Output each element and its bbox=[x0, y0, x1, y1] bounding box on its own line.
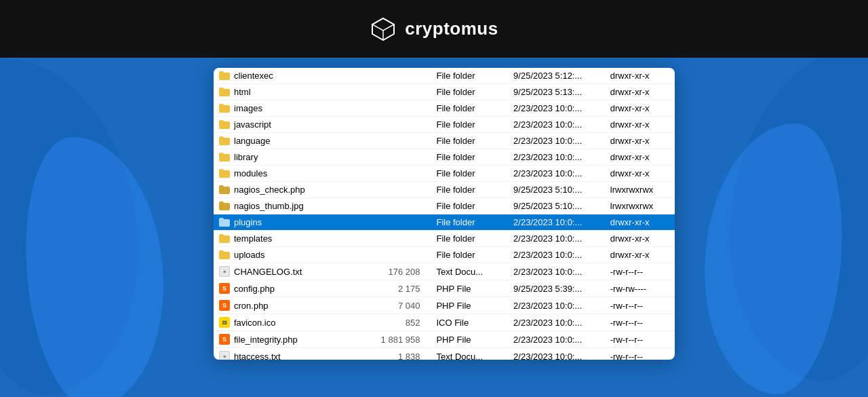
folder-special-icon bbox=[219, 185, 230, 194]
file-name: library bbox=[234, 152, 258, 162]
file-size-cell bbox=[372, 247, 426, 263]
file-size-cell: 2 175 bbox=[372, 280, 426, 297]
file-size-cell bbox=[372, 68, 426, 84]
file-type-cell: File folder bbox=[425, 149, 508, 166]
file-permissions-cell: drwxr-xr-x bbox=[605, 231, 675, 247]
file-permissions-cell: -rw-r--r-- bbox=[605, 263, 675, 280]
file-size-cell bbox=[372, 117, 426, 133]
table-row[interactable]: 🖼 favicon.ico 852 ICO File 2/23/2023 10:… bbox=[214, 314, 675, 331]
folder-icon bbox=[219, 71, 230, 80]
file-permissions-cell: -rw-r--r-- bbox=[605, 314, 675, 331]
file-name-cell: library bbox=[214, 149, 372, 166]
file-type-cell: File folder bbox=[425, 231, 508, 247]
table-row[interactable]: templates File folder 2/23/2023 10:0:...… bbox=[214, 231, 675, 247]
folder-icon bbox=[219, 104, 230, 113]
file-type-cell: File folder bbox=[425, 117, 508, 133]
table-row[interactable]: language File folder 2/23/2023 10:0:... … bbox=[214, 133, 675, 149]
file-name: images bbox=[234, 103, 262, 113]
file-name-cell: S cron.php bbox=[214, 297, 372, 314]
file-name-cell: plugins bbox=[214, 214, 372, 231]
file-name: plugins bbox=[234, 217, 262, 227]
file-manager-panel: clientexec File folder 9/25/2023 5:12:..… bbox=[214, 68, 675, 360]
folder-icon bbox=[219, 218, 230, 227]
file-type-cell: Text Docu... bbox=[425, 348, 508, 360]
file-table: clientexec File folder 9/25/2023 5:12:..… bbox=[214, 68, 675, 360]
table-row[interactable]: S config.php 2 175 PHP File 9/25/2023 5:… bbox=[214, 280, 675, 297]
file-permissions-cell: -rw-r--r-- bbox=[605, 297, 675, 314]
file-name-cell: templates bbox=[214, 231, 372, 247]
file-type-cell: File folder bbox=[425, 133, 508, 149]
php-icon: S bbox=[219, 283, 230, 294]
file-permissions-cell: drwxr-xr-x bbox=[605, 214, 675, 231]
file-size-cell: 1 838 bbox=[372, 348, 426, 360]
file-type-cell: PHP File bbox=[425, 297, 508, 314]
file-permissions-cell: drwxr-xr-x bbox=[605, 84, 675, 100]
txt-icon: ≡ bbox=[219, 351, 230, 360]
file-name: nagios_check.php bbox=[234, 185, 305, 195]
file-modified-cell: 2/23/2023 10:0:... bbox=[508, 149, 605, 166]
file-modified-cell: 2/23/2023 10:0:... bbox=[508, 263, 605, 280]
file-modified-cell: 9/25/2023 5:39:... bbox=[508, 280, 605, 297]
file-size-cell bbox=[372, 84, 426, 100]
file-name-cell: ≡ CHANGELOG.txt bbox=[214, 263, 372, 280]
table-row[interactable]: S cron.php 7 040 PHP File 2/23/2023 10:0… bbox=[214, 297, 675, 314]
table-row[interactable]: ≡ CHANGELOG.txt 176 208 Text Docu... 2/2… bbox=[214, 263, 675, 280]
table-row[interactable]: uploads File folder 2/23/2023 10:0:... d… bbox=[214, 247, 675, 263]
table-row[interactable]: clientexec File folder 9/25/2023 5:12:..… bbox=[214, 68, 675, 84]
file-modified-cell: 9/25/2023 5:10:... bbox=[508, 198, 605, 214]
table-row[interactable]: nagios_check.php File folder 9/25/2023 5… bbox=[214, 182, 675, 198]
panel-scroll[interactable]: clientexec File folder 9/25/2023 5:12:..… bbox=[214, 68, 675, 360]
file-modified-cell: 2/23/2023 10:0:... bbox=[508, 117, 605, 133]
file-size-cell bbox=[372, 133, 426, 149]
table-row[interactable]: modules File folder 2/23/2023 10:0:... d… bbox=[214, 166, 675, 182]
table-row[interactable]: nagios_thumb.jpg File folder 9/25/2023 5… bbox=[214, 198, 675, 214]
txt-icon: ≡ bbox=[219, 266, 230, 277]
file-name: config.php bbox=[234, 284, 275, 294]
file-type-cell: Text Docu... bbox=[425, 263, 508, 280]
file-type-cell: File folder bbox=[425, 84, 508, 100]
file-name-cell: nagios_check.php bbox=[214, 182, 372, 198]
table-row[interactable]: html File folder 9/25/2023 5:13:... drwx… bbox=[214, 84, 675, 100]
file-name-cell: html bbox=[214, 84, 372, 100]
table-row[interactable]: library File folder 2/23/2023 10:0:... d… bbox=[214, 149, 675, 166]
file-permissions-cell: drwxr-xr-x bbox=[605, 68, 675, 84]
file-name: cron.php bbox=[234, 301, 269, 311]
file-name: clientexec bbox=[234, 71, 273, 81]
file-modified-cell: 2/23/2023 10:0:... bbox=[508, 214, 605, 231]
file-name: javascript bbox=[234, 119, 271, 130]
file-permissions-cell: drwxr-xr-x bbox=[605, 149, 675, 166]
header: cryptomus bbox=[0, 0, 868, 58]
file-size-cell bbox=[372, 166, 426, 182]
file-type-cell: File folder bbox=[425, 247, 508, 263]
table-row[interactable]: images File folder 2/23/2023 10:0:... dr… bbox=[214, 100, 675, 117]
folder-icon bbox=[219, 136, 230, 145]
logo-icon bbox=[370, 16, 397, 43]
file-size-cell bbox=[372, 100, 426, 117]
file-size-cell bbox=[372, 231, 426, 247]
file-modified-cell: 2/23/2023 10:0:... bbox=[508, 314, 605, 331]
svg-marker-1 bbox=[372, 18, 394, 31]
ico-icon: 🖼 bbox=[219, 317, 230, 328]
file-modified-cell: 2/23/2023 10:0:... bbox=[508, 133, 605, 149]
file-size-cell: 176 208 bbox=[372, 263, 426, 280]
file-name-cell: S config.php bbox=[214, 280, 372, 297]
file-permissions-cell: lrwxrwxrwx bbox=[605, 198, 675, 214]
file-type-cell: File folder bbox=[425, 68, 508, 84]
table-row[interactable]: ≡ htaccess.txt 1 838 Text Docu... 2/23/2… bbox=[214, 348, 675, 360]
file-type-cell: File folder bbox=[425, 214, 508, 231]
file-modified-cell: 2/23/2023 10:0:... bbox=[508, 331, 605, 348]
folder-icon bbox=[219, 250, 230, 259]
file-modified-cell: 9/25/2023 5:13:... bbox=[508, 84, 605, 100]
file-name-cell: images bbox=[214, 100, 372, 117]
table-row[interactable]: S file_integrity.php 1 881 958 PHP File … bbox=[214, 331, 675, 348]
file-size-cell bbox=[372, 149, 426, 166]
file-permissions-cell: drwxr-xr-x bbox=[605, 166, 675, 182]
file-modified-cell: 9/25/2023 5:12:... bbox=[508, 68, 605, 84]
file-size-cell bbox=[372, 214, 426, 231]
file-modified-cell: 2/23/2023 10:0:... bbox=[508, 297, 605, 314]
file-name-cell: uploads bbox=[214, 247, 372, 263]
folder-icon bbox=[219, 169, 230, 178]
table-row[interactable]: javascript File folder 2/23/2023 10:0:..… bbox=[214, 117, 675, 133]
folder-icon bbox=[219, 153, 230, 162]
table-row[interactable]: plugins File folder 2/23/2023 10:0:... d… bbox=[214, 214, 675, 231]
